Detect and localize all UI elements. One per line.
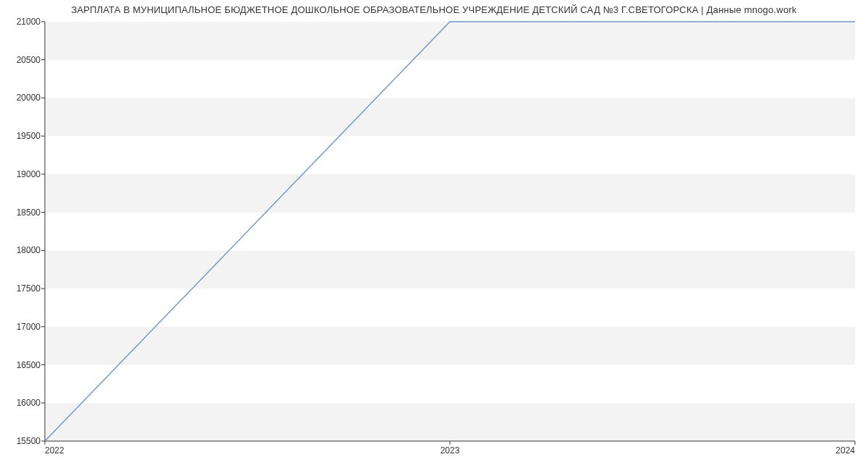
x-tick-label: 2024 (835, 445, 855, 456)
y-tick-label: 19000 (17, 169, 41, 179)
svg-rect-5 (45, 213, 855, 251)
y-tick-label: 20000 (17, 93, 41, 103)
chart-title: ЗАРПЛАТА В МУНИЦИПАЛЬНОЕ БЮДЖЕТНОЕ ДОШКО… (0, 4, 868, 15)
y-tick-label: 16500 (17, 360, 41, 370)
chart-svg (45, 22, 855, 441)
svg-rect-0 (45, 403, 855, 441)
y-tick-label: 17000 (17, 322, 41, 332)
svg-rect-2 (45, 327, 855, 365)
x-tick-label: 2023 (441, 445, 460, 456)
y-tick-label: 15500 (17, 436, 41, 446)
chart-container: ЗАРПЛАТА В МУНИЦИПАЛЬНОЕ БЮДЖЕТНОЕ ДОШКО… (0, 0, 868, 470)
y-tick-label: 21000 (17, 17, 41, 27)
y-tick-label: 16000 (17, 398, 41, 408)
y-tick-label: 18500 (17, 208, 41, 218)
svg-rect-10 (45, 22, 855, 60)
x-tick-label: 2022 (45, 445, 64, 456)
svg-rect-9 (45, 60, 855, 98)
svg-rect-1 (45, 365, 855, 403)
svg-rect-4 (45, 250, 855, 289)
y-tick-label: 19500 (17, 131, 41, 141)
svg-rect-3 (45, 289, 855, 327)
svg-rect-7 (45, 136, 855, 174)
y-tick-label: 20500 (17, 55, 41, 65)
svg-rect-8 (45, 98, 855, 136)
plot-area (45, 22, 855, 441)
svg-rect-6 (45, 174, 855, 213)
y-tick-label: 18000 (17, 245, 41, 255)
y-tick-label: 17500 (17, 283, 41, 294)
